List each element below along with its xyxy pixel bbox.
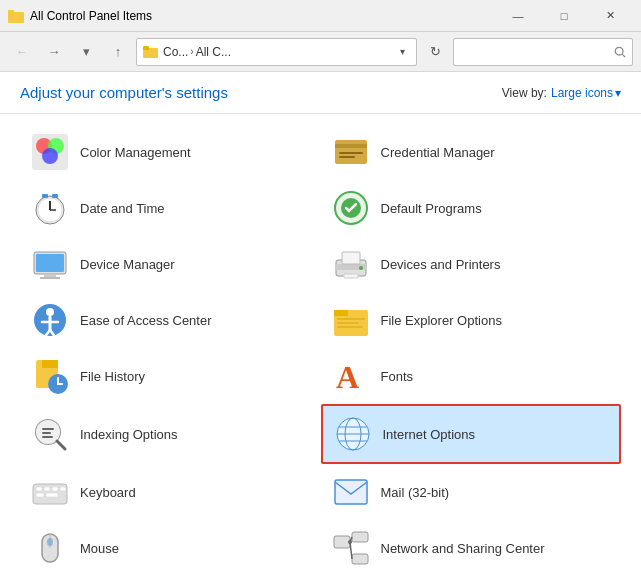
svg-rect-40 <box>42 360 58 368</box>
svg-rect-4 <box>143 46 149 50</box>
mail-32bit-icon <box>331 472 371 512</box>
back-button[interactable]: ← <box>8 38 36 66</box>
page-header: Adjust your computer's settings View by:… <box>0 72 641 114</box>
date-and-time-label: Date and Time <box>80 201 165 216</box>
indexing-options-label: Indexing Options <box>80 427 178 442</box>
grid-item-internet-options[interactable]: Internet Options <box>321 404 622 464</box>
recent-button[interactable]: ▾ <box>72 38 100 66</box>
svg-line-69 <box>350 542 352 559</box>
svg-rect-67 <box>352 554 368 564</box>
svg-rect-46 <box>42 428 54 430</box>
svg-text:A: A <box>336 359 359 395</box>
grid-item-devices-and-printers[interactable]: Devices and Printers <box>321 236 622 292</box>
grid-item-credential-manager[interactable]: Credential Manager <box>321 124 622 180</box>
fonts-icon: A <box>331 356 371 396</box>
search-bar <box>453 38 633 66</box>
grid-item-keyboard[interactable]: Keyboard <box>20 464 321 520</box>
svg-rect-57 <box>52 487 58 491</box>
devices-and-printers-label: Devices and Printers <box>381 257 501 272</box>
svg-rect-58 <box>36 493 44 497</box>
svg-rect-37 <box>337 322 359 324</box>
up-button[interactable]: ↑ <box>104 38 132 66</box>
svg-rect-60 <box>60 487 66 491</box>
device-manager-icon <box>30 244 70 284</box>
svg-rect-25 <box>44 274 56 277</box>
address-path: Co... › All C... <box>163 45 390 59</box>
svg-point-33 <box>46 308 54 316</box>
grid-item-fonts[interactable]: AFonts <box>321 348 622 404</box>
color-management-label: Color Management <box>80 145 191 160</box>
svg-line-45 <box>57 441 65 449</box>
grid-item-color-management[interactable]: Color Management <box>20 124 321 180</box>
forward-button[interactable]: → <box>40 38 68 66</box>
svg-rect-2 <box>8 10 14 14</box>
content-area: Color ManagementCredential ManagerDate a… <box>0 114 641 576</box>
grid-item-file-explorer-options[interactable]: File Explorer Options <box>321 292 622 348</box>
keyboard-label: Keyboard <box>80 485 136 500</box>
grid-item-device-manager[interactable]: Device Manager <box>20 236 321 292</box>
search-icon <box>614 45 626 59</box>
svg-rect-38 <box>337 326 363 328</box>
grid-item-mail-32bit[interactable]: Mail (32-bit) <box>321 464 622 520</box>
ease-of-access-icon <box>30 300 70 340</box>
svg-rect-56 <box>44 487 50 491</box>
window-title: All Control Panel Items <box>30 9 152 23</box>
file-explorer-options-label: File Explorer Options <box>381 313 502 328</box>
svg-rect-13 <box>339 152 363 154</box>
fonts-label: Fonts <box>381 369 414 384</box>
search-input[interactable] <box>460 45 610 59</box>
svg-rect-61 <box>335 480 367 504</box>
title-bar-controls: — □ ✕ <box>495 0 633 32</box>
page-title: Adjust your computer's settings <box>20 84 228 101</box>
grid-item-default-programs[interactable]: Default Programs <box>321 180 622 236</box>
maximize-button[interactable]: □ <box>541 0 587 32</box>
grid-item-mouse[interactable]: Mouse <box>20 520 321 576</box>
device-manager-label: Device Manager <box>80 257 175 272</box>
view-by-value-text: Large icons <box>551 86 613 100</box>
items-grid: Color ManagementCredential ManagerDate a… <box>20 124 621 576</box>
ease-of-access-label: Ease of Access Center <box>80 313 212 328</box>
mail-32bit-label: Mail (32-bit) <box>381 485 450 500</box>
refresh-button[interactable]: ↻ <box>421 38 449 66</box>
network-sharing-icon <box>331 528 371 568</box>
close-button[interactable]: ✕ <box>587 0 633 32</box>
svg-rect-66 <box>352 532 368 542</box>
address-part-2: All C... <box>196 45 231 59</box>
credential-manager-label: Credential Manager <box>381 145 495 160</box>
svg-point-70 <box>348 540 352 544</box>
minimize-button[interactable]: — <box>495 0 541 32</box>
grid-item-indexing-options[interactable]: Indexing Options <box>20 404 321 464</box>
view-by-control: View by: Large icons ▾ <box>502 86 621 100</box>
svg-rect-31 <box>344 274 358 278</box>
svg-rect-19 <box>42 194 48 198</box>
default-programs-icon <box>331 188 371 228</box>
svg-rect-55 <box>36 487 42 491</box>
svg-rect-26 <box>40 277 60 279</box>
folder-icon <box>8 8 24 24</box>
nav-bar: ← → ▾ ↑ Co... › All C... ▾ ↻ <box>0 32 641 72</box>
grid-item-ease-of-access[interactable]: Ease of Access Center <box>20 292 321 348</box>
svg-point-30 <box>359 266 363 270</box>
address-bar: Co... › All C... ▾ <box>136 38 417 66</box>
grid-item-date-and-time[interactable]: Date and Time <box>20 180 321 236</box>
svg-rect-29 <box>342 252 360 264</box>
grid-item-network-sharing[interactable]: Network and Sharing Center <box>321 520 622 576</box>
view-by-value[interactable]: Large icons ▾ <box>551 86 621 100</box>
address-chevron-1: › <box>190 46 193 57</box>
internet-options-icon <box>333 414 373 454</box>
devices-and-printers-icon <box>331 244 371 284</box>
svg-rect-59 <box>46 493 58 497</box>
grid-item-file-history[interactable]: File History <box>20 348 321 404</box>
svg-rect-24 <box>36 254 64 272</box>
file-history-label: File History <box>80 369 145 384</box>
address-dropdown-button[interactable]: ▾ <box>394 38 410 66</box>
mouse-label: Mouse <box>80 541 119 556</box>
svg-rect-65 <box>334 536 350 548</box>
svg-line-6 <box>622 54 625 57</box>
title-bar: All Control Panel Items — □ ✕ <box>0 0 641 32</box>
title-bar-left: All Control Panel Items <box>8 8 152 24</box>
svg-rect-36 <box>337 318 365 320</box>
network-sharing-label: Network and Sharing Center <box>381 541 545 556</box>
view-by-label: View by: <box>502 86 547 100</box>
keyboard-icon <box>30 472 70 512</box>
